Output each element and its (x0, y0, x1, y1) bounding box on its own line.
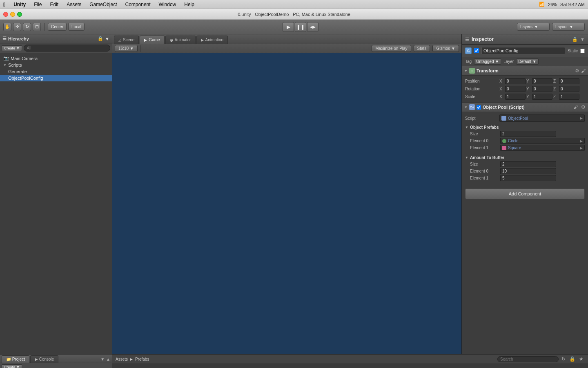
tab-animation[interactable]: ▶ Animation (196, 36, 228, 44)
position-y[interactable] (532, 78, 552, 84)
rotation-y[interactable] (532, 86, 552, 92)
hierarchy-search[interactable] (24, 45, 110, 52)
menu-component[interactable]: Component (124, 2, 152, 7)
buffer-size-label: Size (470, 162, 499, 166)
amount-to-buffer-header[interactable]: ▼ Amount To Buffer (462, 155, 588, 161)
square-prefab-icon (502, 146, 506, 150)
menu-help[interactable]: Help (183, 2, 196, 7)
position-x[interactable] (505, 78, 526, 84)
element-0-target-btn[interactable]: ▶ (580, 139, 583, 143)
add-component-label: Add Component (509, 191, 541, 196)
scale-tool[interactable]: ⊡ (33, 23, 41, 31)
move-tool[interactable]: ✛ (13, 23, 21, 31)
menu-edit[interactable]: Edit (48, 2, 60, 7)
maximize-on-play-btn[interactable]: Maximize on Play (372, 45, 411, 52)
hand-tool[interactable]: ✋ (3, 23, 11, 31)
position-z[interactable] (559, 78, 579, 84)
menu-gameobject[interactable]: GameObject (88, 2, 118, 7)
step-button[interactable]: ◀▶ (307, 22, 318, 32)
inspector-header: ☰ Inspector 🔒 ▼ (462, 34, 588, 45)
hierarchy-lock[interactable]: 🔒 (98, 36, 103, 41)
objectpool-active-checkbox[interactable] (477, 105, 481, 110)
hierarchy-item-objectpoolconfig[interactable]: ObjectPoolConfig (0, 75, 112, 81)
menu-window[interactable]: Window (157, 2, 178, 7)
pause-button[interactable]: ❚❚ (295, 22, 306, 32)
hierarchy-create-btn[interactable]: Create ▼ (2, 45, 22, 51)
rotation-z[interactable] (559, 86, 579, 92)
assets-root[interactable]: Assets (116, 357, 128, 361)
objectpool-header[interactable]: ▼ C# Object Pool (Script) 🖌 ⚙ (462, 103, 588, 112)
objectpool-settings-btn[interactable]: ⚙ (581, 104, 586, 110)
scale-z[interactable] (559, 94, 579, 100)
aspect-ratio-btn[interactable]: 16:10 ▼ (115, 45, 138, 52)
gizmos-btn[interactable]: Gizmos ▼ (432, 45, 459, 52)
objectpool-edit-btn[interactable]: 🖌 (573, 105, 578, 110)
hierarchy-item-generate[interactable]: Generate (0, 68, 112, 75)
object-name-field[interactable] (481, 47, 565, 54)
transform-header[interactable]: ▼ T Transform ⚙ 🖌 (462, 66, 588, 76)
game-canvas (112, 53, 461, 354)
object-prefabs-header[interactable]: ▼ Object Prefabs (462, 124, 588, 130)
project-create-btn[interactable]: Create ▼ (2, 364, 22, 368)
tag-dropdown[interactable]: Untagged ▼ (474, 58, 501, 65)
buffer-element-1-input[interactable] (500, 175, 556, 181)
minimize-button[interactable] (10, 12, 15, 17)
main-camera-icon: 📷 (3, 56, 9, 61)
layers-dropdown[interactable]: Layers ▼ (517, 23, 550, 31)
scale-y[interactable] (532, 94, 552, 100)
buffer-element-0-row: Element 0 (462, 168, 588, 175)
square-prefab-name: Square (508, 146, 521, 150)
tab-scene[interactable]: ◿ Scene (114, 36, 139, 44)
center-pivot-btn[interactable]: Center (48, 23, 67, 31)
menu-file[interactable]: File (32, 2, 43, 7)
script-label: Script (465, 116, 498, 121)
hierarchy-icon: ☰ (2, 36, 7, 41)
inspector-lock-btn[interactable]: 🔒 (572, 37, 578, 42)
apple-menu[interactable]:  (3, 1, 5, 8)
menu-unity[interactable]: Unity (12, 2, 27, 7)
stats-btn[interactable]: Stats (414, 45, 430, 52)
object-active-checkbox[interactable] (474, 48, 479, 53)
layers-label: Layers (520, 25, 532, 29)
maximize-button[interactable] (17, 12, 22, 17)
menu-assets[interactable]: Assets (65, 2, 83, 7)
static-checkbox[interactable] (580, 49, 585, 53)
transform-edit-btn[interactable]: 🖌 (581, 68, 586, 73)
layout-dropdown[interactable]: Layout ▼ (552, 23, 585, 31)
hierarchy-options[interactable]: ▼ (105, 36, 109, 41)
prefabs-size-input[interactable] (500, 131, 556, 137)
element-1-target-btn[interactable]: ▶ (580, 146, 583, 150)
tab-console[interactable]: ▶ Console (30, 355, 58, 363)
hierarchy-item-scripts[interactable]: ▼ Scripts (0, 62, 112, 68)
objectpool-icon: C# (469, 104, 475, 110)
project-minimize-btn[interactable]: ▼ (100, 357, 105, 361)
add-component-button[interactable]: Add Component (465, 188, 585, 199)
transform-title: Transform (477, 68, 573, 73)
tab-project[interactable]: 📁 Project (2, 355, 29, 363)
scale-x[interactable] (505, 94, 526, 100)
assets-star-btn[interactable]: ★ (578, 356, 585, 362)
prefab-element-1-row: Element 1 Square ▶ (462, 144, 588, 151)
tab-game[interactable]: ▶ Game (140, 36, 164, 44)
assets-sync-btn[interactable]: ↻ (560, 356, 567, 362)
inspector-options[interactable]: ▼ (580, 37, 585, 42)
local-global-btn[interactable]: Local (68, 23, 85, 31)
buffer-element-0-input[interactable] (500, 168, 556, 174)
rotate-tool[interactable]: ↻ (23, 23, 31, 31)
transform-settings-btn[interactable]: ⚙ (575, 68, 579, 74)
project-maximize-btn[interactable]: ▲ (106, 357, 110, 361)
hierarchy-header: ☰ Hierarchy 🔒 ▼ (0, 34, 112, 43)
inspector-icon: ☰ (465, 37, 469, 42)
close-button[interactable] (3, 12, 8, 17)
layer-dropdown[interactable]: Default ▼ (516, 58, 538, 65)
play-button[interactable]: ▶ (283, 22, 294, 32)
buffer-size-input[interactable] (500, 161, 556, 167)
assets-lock-btn[interactable]: 🔒 (568, 356, 577, 362)
hierarchy-list: 📷 Main Camera ▼ Scripts Generate ObjectP… (0, 53, 112, 354)
rotation-x[interactable] (505, 86, 526, 92)
tab-animator[interactable]: ◕ Animator (165, 36, 196, 44)
objectpool-title: Object Pool (Script) (483, 105, 572, 110)
script-target-btn[interactable]: ▶ (580, 116, 583, 120)
assets-search-input[interactable] (497, 356, 559, 362)
hierarchy-item-main-camera[interactable]: 📷 Main Camera (0, 55, 112, 62)
